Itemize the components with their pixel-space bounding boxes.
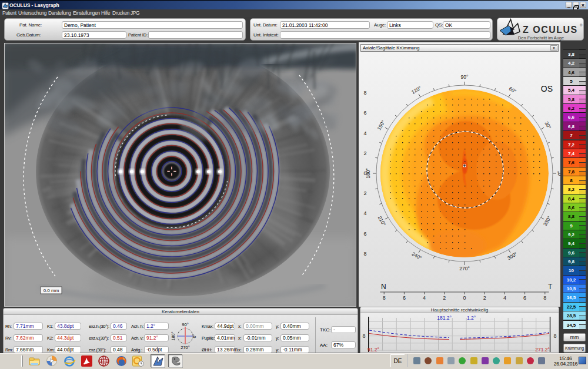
- svg-text:8: 8: [363, 90, 366, 96]
- svg-text:8: 8: [363, 251, 366, 257]
- svg-text:6: 6: [363, 231, 366, 237]
- svg-text:210°: 210°: [377, 215, 387, 227]
- svg-text:OS: OS: [541, 84, 553, 93]
- svg-text:Den Fortschritt im Auge: Den Fortschritt im Auge: [518, 35, 564, 41]
- svg-text:90°: 90°: [182, 322, 188, 327]
- svg-text:150°: 150°: [376, 119, 386, 131]
- svg-text:4: 4: [423, 295, 426, 301]
- svg-text:60°: 60°: [508, 86, 517, 95]
- svg-text:181.2°: 181.2°: [437, 315, 452, 321]
- svg-text:300°: 300°: [506, 251, 518, 261]
- svg-text:8: 8: [383, 295, 386, 301]
- svg-text:0°: 0°: [557, 171, 560, 176]
- svg-text:®: ®: [580, 24, 583, 27]
- svg-text:4: 4: [503, 295, 506, 301]
- svg-text:30°: 30°: [543, 120, 552, 130]
- svg-text:2: 2: [443, 295, 446, 301]
- svg-text:120°: 120°: [410, 85, 422, 95]
- svg-text:0: 0: [463, 295, 466, 301]
- svg-text:6: 6: [523, 295, 526, 301]
- svg-text:2: 2: [483, 295, 486, 301]
- svg-text:270°: 270°: [181, 345, 190, 350]
- svg-text:8: 8: [362, 333, 365, 339]
- svg-text:240°: 240°: [411, 251, 423, 261]
- svg-text:2: 2: [363, 150, 366, 156]
- svg-text:0°: 0°: [192, 334, 197, 338]
- svg-text:4: 4: [363, 130, 366, 136]
- svg-text:90°: 90°: [461, 74, 469, 80]
- svg-text:1.2°: 1.2°: [467, 315, 476, 321]
- svg-text:271.2°: 271.2°: [535, 347, 550, 353]
- svg-text:N: N: [381, 283, 386, 291]
- svg-text:8: 8: [543, 295, 546, 301]
- svg-text:0.0 mm: 0.0 mm: [44, 288, 59, 293]
- svg-text:4: 4: [363, 210, 366, 216]
- svg-text:6: 6: [403, 295, 406, 301]
- svg-text:2: 2: [363, 190, 366, 196]
- svg-text:T: T: [548, 283, 553, 291]
- svg-text:270°: 270°: [459, 266, 470, 271]
- svg-text:330°: 330°: [542, 215, 552, 227]
- svg-text:8: 8: [553, 333, 556, 339]
- svg-text:91.2°: 91.2°: [368, 347, 379, 353]
- svg-text:180°: 180°: [171, 331, 176, 341]
- svg-text:6: 6: [363, 110, 366, 116]
- svg-text:0: 0: [363, 170, 366, 176]
- svg-text:Z OCULUS: Z OCULUS: [523, 25, 578, 35]
